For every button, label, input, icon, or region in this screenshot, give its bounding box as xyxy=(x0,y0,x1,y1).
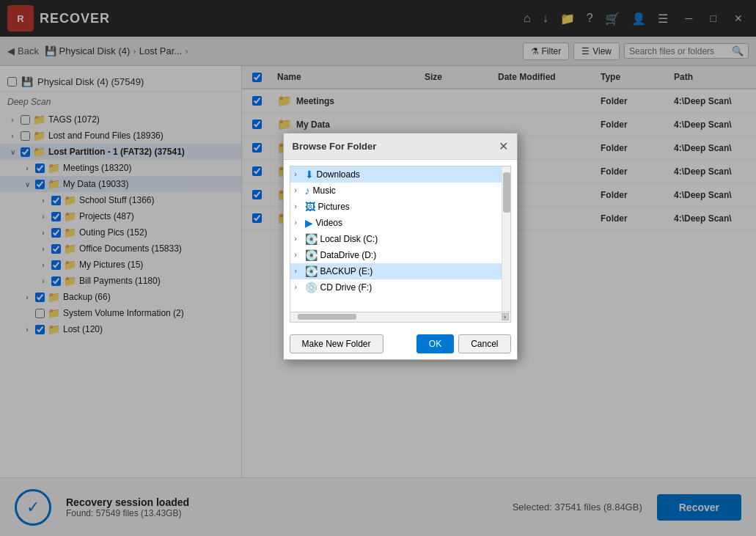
modal-title-label: Browse For Folder xyxy=(293,141,377,152)
expander-music[interactable]: › xyxy=(295,186,305,194)
folder-tree-item-c[interactable]: › 💽 Local Disk (C:) xyxy=(290,231,502,247)
folder-label-c: Local Disk (C:) xyxy=(320,234,378,244)
folder-tree-item-d[interactable]: › 💽 DataDrive (D:) xyxy=(290,247,502,263)
make-new-folder-button[interactable]: Make New Folder xyxy=(290,334,383,353)
expander-pictures[interactable]: › xyxy=(295,202,305,210)
pictures-icon: 🖼 xyxy=(305,201,315,213)
folder-tree-item-videos[interactable]: › ▶ Videos xyxy=(290,215,502,231)
modal-footer: Make New Folder OK Cancel xyxy=(284,328,517,359)
folder-tree-scrollbar[interactable] xyxy=(502,166,510,312)
folder-label-e: BACKUP (E:) xyxy=(320,266,373,276)
ok-button[interactable]: OK xyxy=(416,334,454,353)
videos-icon: ▶ xyxy=(305,217,313,229)
music-icon: ♪ xyxy=(305,185,310,197)
modal-overlay: Browse For Folder ✕ › ⬇ Downloads › ♪ Mu… xyxy=(0,0,756,536)
folder-label-downloads: Downloads xyxy=(317,169,360,180)
hscroll-thumb xyxy=(298,314,356,320)
hscroll-right-arrow[interactable]: › xyxy=(502,313,509,320)
folder-label-videos: Videos xyxy=(316,218,342,228)
expander-videos[interactable]: › xyxy=(295,219,305,227)
folder-label-f: CD Drive (F:) xyxy=(320,282,373,293)
drive-e-icon: 💽 xyxy=(305,265,318,277)
download-folder-icon: ⬇ xyxy=(305,169,314,180)
folder-tree-item-f[interactable]: › 💿 CD Drive (F:) xyxy=(290,279,502,295)
expander-f[interactable]: › xyxy=(295,283,305,291)
folder-tree-container: › ⬇ Downloads › ♪ Music › 🖼 Pictures xyxy=(290,166,511,312)
folder-label-music: Music xyxy=(313,186,336,196)
drive-d-icon: 💽 xyxy=(305,249,318,261)
modal-body: › ⬇ Downloads › ♪ Music › 🖼 Pictures xyxy=(284,160,517,328)
browse-folder-modal: Browse For Folder ✕ › ⬇ Downloads › ♪ Mu… xyxy=(283,133,518,360)
cancel-button[interactable]: Cancel xyxy=(458,334,510,353)
drive-f-icon: 💿 xyxy=(305,282,318,293)
scrollbar-thumb xyxy=(503,172,510,213)
hscroll-bar[interactable]: › xyxy=(290,312,511,323)
expander-e[interactable]: › xyxy=(295,267,305,275)
expander-d[interactable]: › xyxy=(295,251,305,259)
drive-c-icon: 💽 xyxy=(305,233,318,245)
folder-label-pictures: Pictures xyxy=(318,202,350,212)
folder-tree-item-pictures[interactable]: › 🖼 Pictures xyxy=(290,199,502,215)
modal-ok-cancel: OK Cancel xyxy=(416,334,511,353)
folder-tree-item-downloads[interactable]: › ⬇ Downloads xyxy=(290,166,502,183)
modal-title-bar: Browse For Folder ✕ xyxy=(284,133,517,160)
modal-close-button[interactable]: ✕ xyxy=(499,139,508,153)
expander-downloads[interactable]: › xyxy=(295,170,305,178)
folder-tree-item-e[interactable]: › 💽 BACKUP (E:) xyxy=(290,263,502,279)
folder-label-d: DataDrive (D:) xyxy=(320,250,377,260)
folder-tree-list[interactable]: › ⬇ Downloads › ♪ Music › 🖼 Pictures xyxy=(290,166,502,312)
expander-c[interactable]: › xyxy=(295,235,305,243)
folder-tree-item-music[interactable]: › ♪ Music xyxy=(290,183,502,199)
